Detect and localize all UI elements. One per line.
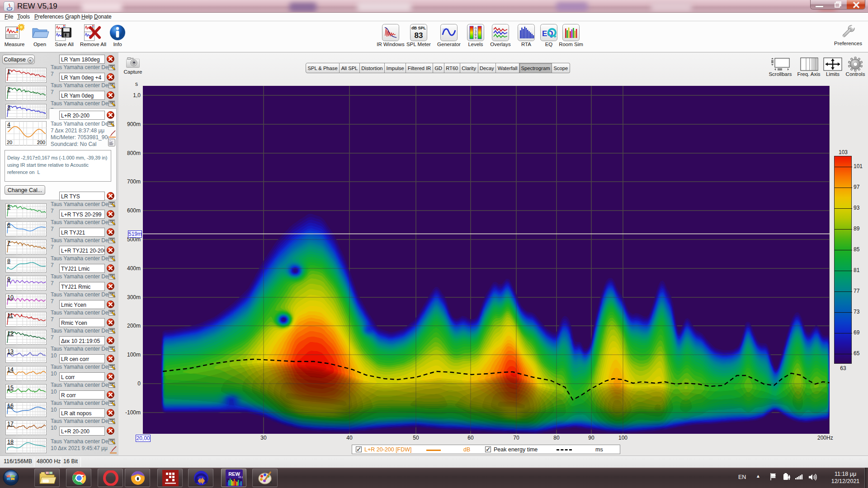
- svg-text:0: 0: [475, 27, 476, 30]
- svg-text:3: 3: [475, 30, 476, 33]
- svg-text:6: 6: [475, 33, 476, 36]
- svg-text:83: 83: [415, 31, 423, 40]
- svg-text:V5.1: V5.1: [238, 476, 243, 479]
- svg-text:9: 9: [475, 36, 476, 39]
- svg-text:dB SPL: dB SPL: [411, 26, 426, 30]
